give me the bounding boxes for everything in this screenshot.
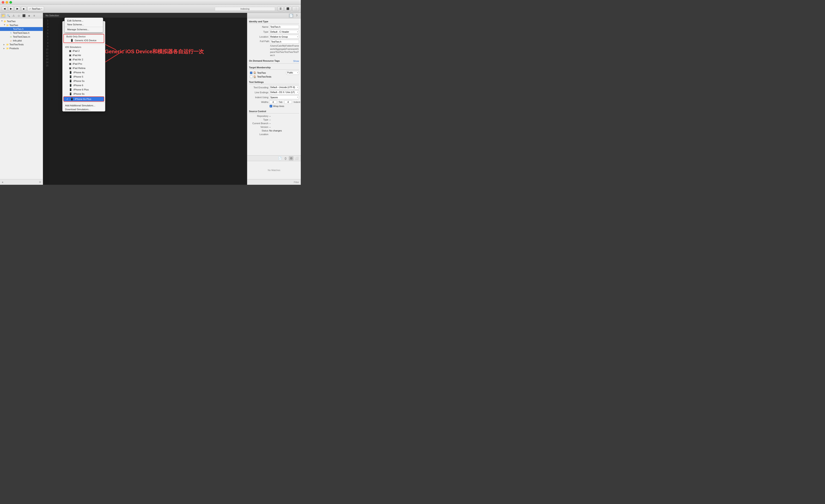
bottom-tab-code[interactable]: {} [283, 156, 288, 160]
close-button[interactable] [2, 1, 4, 4]
generic-ios-item[interactable]: 📱 Generic iOS Device [64, 38, 104, 43]
indent-using-select[interactable]: Spaces ▾ [269, 95, 299, 99]
nav-test-icon[interactable]: ◇ [16, 13, 21, 18]
testtwotests-checkbox[interactable] [250, 75, 252, 78]
nav-item-testtwoclassh[interactable]: h TestTwoClass.h [0, 31, 43, 35]
play-button[interactable]: ▶ [15, 6, 20, 11]
sim-ipadretina[interactable]: ▣ iPad Retina [63, 66, 105, 70]
widths-row: Widths 4 Tab 4 Indent [249, 100, 299, 104]
source-control-section: Source Control Repository -- Type -- Cur… [249, 110, 299, 136]
nav-item-products[interactable]: ▶ 📁 Products [0, 47, 43, 50]
sim-iphone6[interactable]: 📱 iPhone 6 [63, 83, 105, 87]
sim-iphone6plus[interactable]: 📱 iPhone 6 Plus [63, 87, 105, 92]
sim-ipadair[interactable]: ▣ iPad Air [63, 53, 105, 57]
nav-item-testtwo[interactable]: ▶ 📁 TestTwo [0, 23, 43, 27]
no-matches-label: No Matches [247, 164, 301, 176]
testtwo-checkbox[interactable]: ✓ [250, 72, 252, 74]
ipad-icon: ▣ [69, 50, 71, 53]
source-control-title: Source Control [249, 110, 299, 114]
nav-folder-icon[interactable]: 📁 [1, 13, 6, 18]
phone-icon: 📱 [69, 75, 72, 78]
tab-width-field[interactable]: 4 [269, 100, 277, 104]
scheme-new-item[interactable]: New Scheme... [65, 22, 103, 26]
bottom-tabs: 📄 {} ⊙ ⬜ [278, 156, 299, 160]
sim-iphone6splus[interactable]: ✓ 📱 iPhone 6s Plus [64, 97, 104, 101]
inspector-filter-bar: Filter [247, 179, 301, 185]
text-settings-section: Text Settings Text Encoding Default - Un… [249, 81, 299, 107]
text-encoding-row: Text Encoding Default - Unicode (UTF-8) … [249, 85, 299, 89]
target-membership-title: Target Membership [249, 66, 299, 70]
help-inspector-tab[interactable]: ? [294, 13, 299, 18]
forward-button[interactable]: ▶ [8, 6, 14, 11]
add-sims-label: Add Additional Simulators... [65, 104, 95, 107]
phone-icon: 📱 [69, 79, 72, 82]
type-select[interactable]: Default - C Header ▾ [269, 30, 299, 34]
show-button[interactable]: Show [293, 60, 299, 62]
location-sc-label: Location [249, 133, 268, 136]
toolbar: ◀ ▶ ▶ ■ ✓ TestTwo ▾ Indexing ☰ ⬛ ⬜ [0, 5, 301, 13]
nav-debug-icon[interactable]: ⬛ [21, 13, 26, 18]
arrow-icon: ▶ [3, 44, 6, 46]
nav-label-testtwo-h: TestTwo.h [13, 28, 24, 30]
maximize-button[interactable] [9, 1, 12, 4]
nav-warning-icon[interactable]: ⚠ [11, 13, 16, 18]
generic-device-icon: 📱 [70, 39, 73, 42]
sim-iphone5s[interactable]: 📱 iPhone 5s [63, 79, 105, 83]
navigator-toggle[interactable]: ☰ [278, 6, 284, 11]
download-simulators-item[interactable]: Download Simulators... [63, 107, 105, 111]
add-simulators-item[interactable]: Add Additional Simulators... [63, 103, 105, 107]
chevron-icon: ▾ [297, 96, 298, 98]
debug-toggle[interactable]: ⬛ [285, 6, 291, 11]
sim-ipadpro[interactable]: ▣ iPad Pro [63, 62, 105, 66]
nav-item-testtwoclassm[interactable]: m TestTwoClass.m [0, 35, 43, 39]
sim-iphone4s[interactable]: 📱 iPhone 4s [63, 70, 105, 75]
minimize-button[interactable] [6, 1, 8, 4]
device-menu[interactable]: Device 📱 No devices connected to 'My Mac… [62, 21, 105, 112]
nav-label-root: TestTwo [7, 20, 15, 22]
sim-iphone6s-label: iPhone 6s [73, 92, 84, 95]
nav-item-infoplist[interactable]: p Info.plist [0, 39, 43, 43]
current-branch-row: Current Branch -- [249, 122, 299, 125]
tab-label: Tab [279, 101, 283, 103]
sim-ipad2[interactable]: ▣ iPad 2 [63, 49, 105, 53]
fullpath-select[interactable]: TestTwo.h [270, 40, 299, 44]
nav-item-root[interactable]: ▶ 📁 TestTwo [0, 19, 43, 23]
scheme-edit-item[interactable]: Edit Scheme... [65, 19, 103, 22]
scheme-dropdown[interactable]: Edit Scheme... New Scheme... Manage Sche… [65, 18, 103, 32]
file-inspector-tab[interactable]: 📄 [289, 13, 294, 18]
line-endings-value: Default - OS X / Unix (LF) [270, 91, 295, 93]
testtwo-role-select[interactable]: Public ▾ [286, 71, 299, 75]
repository-value: -- [269, 115, 299, 117]
line-numbers: 123456789101112131415 [43, 19, 49, 67]
indent-width-field[interactable]: 4 [284, 100, 292, 104]
location-select[interactable]: Relative to Group ▾ [269, 35, 299, 39]
name-select[interactable]: TestTwo.h [269, 25, 299, 29]
sim-iphone5[interactable]: 📱 iPhone 5 [63, 75, 105, 79]
check-mark-icon: ✓ [66, 98, 69, 100]
navigator-panel: 📁 🔍 ⚠ ◇ ⬛ ◈ ≡ ▶ 📁 TestTwo ▶ 📁 TestTwo [0, 13, 43, 185]
back-button[interactable]: ◀ [2, 6, 7, 11]
nav-filter-icon[interactable]: ⊟ [39, 181, 41, 184]
scheme-manage-item[interactable]: Manage Schemes... [65, 27, 103, 31]
scheme-selector[interactable]: ✓ TestTwo ▾ [27, 6, 44, 11]
menu-divider-3 [63, 102, 105, 103]
wrap-lines-checkbox[interactable]: ✓ [270, 105, 272, 107]
line-endings-select[interactable]: Default - OS X / Unix (LF) ▾ [269, 90, 299, 94]
name-row: Name TestTwo.h [249, 25, 299, 29]
nav-plus-icon[interactable]: + [2, 181, 3, 184]
stop-button[interactable]: ■ [21, 6, 26, 11]
file-h-icon: h [9, 27, 12, 30]
text-encoding-select[interactable]: Default - Unicode (UTF-8) ▾ [269, 85, 299, 89]
nav-item-testtwotests[interactable]: ▶ 📁 TestTwoTests [0, 43, 43, 47]
bottom-tab-layout[interactable]: ⬜ [294, 156, 299, 160]
sim-ipadair2[interactable]: ▣ iPad Air 2 [63, 57, 105, 62]
nav-search-icon[interactable]: 🔍 [6, 13, 11, 18]
bottom-tab-inspect[interactable]: ⊙ [289, 156, 294, 160]
phone-icon: 📱 [69, 71, 72, 74]
nav-log-icon[interactable]: ≡ [32, 13, 36, 18]
sim-iphone6s[interactable]: 📱 iPhone 6s [63, 92, 105, 96]
inspector-toggle[interactable]: ⬜ [292, 6, 299, 11]
nav-item-testtwo-h[interactable]: h TestTwo.h [0, 27, 43, 31]
nav-breakpoint-icon[interactable]: ◈ [27, 13, 31, 18]
bottom-tab-file[interactable]: 📄 [278, 156, 282, 160]
